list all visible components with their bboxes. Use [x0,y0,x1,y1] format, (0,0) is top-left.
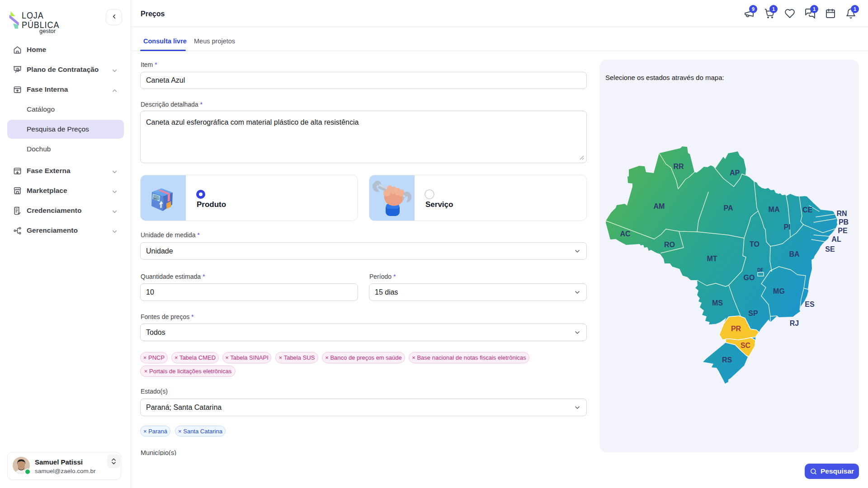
svg-text:SP: SP [748,310,758,317]
svg-text:MT: MT [707,255,717,263]
svg-text:RN: RN [836,210,847,217]
svg-text:SC: SC [741,342,751,349]
svg-text:CE: CE [802,206,813,214]
svg-text:TO: TO [750,240,760,248]
svg-text:PE: PE [838,227,848,235]
svg-text:MS: MS [712,299,723,307]
svg-text:MG: MG [773,287,785,295]
svg-text:PI: PI [783,223,790,231]
svg-text:RJ: RJ [790,319,799,327]
svg-text:RS: RS [722,356,732,364]
svg-text:ES: ES [805,300,815,308]
svg-text:SE: SE [825,245,835,253]
svg-text:BA: BA [789,250,800,258]
svg-text:RR: RR [673,163,684,170]
svg-text:PR: PR [731,325,741,333]
svg-text:AM: AM [654,202,665,210]
svg-text:AP: AP [730,169,740,177]
svg-text:RO: RO [664,241,675,249]
svg-text:DF: DF [757,267,763,272]
svg-text:MA: MA [769,206,780,213]
svg-text:PB: PB [839,218,849,226]
svg-text:GO: GO [744,274,755,282]
svg-text:AL: AL [831,235,841,243]
svg-text:AC: AC [620,230,631,238]
svg-text:PA: PA [723,204,733,212]
